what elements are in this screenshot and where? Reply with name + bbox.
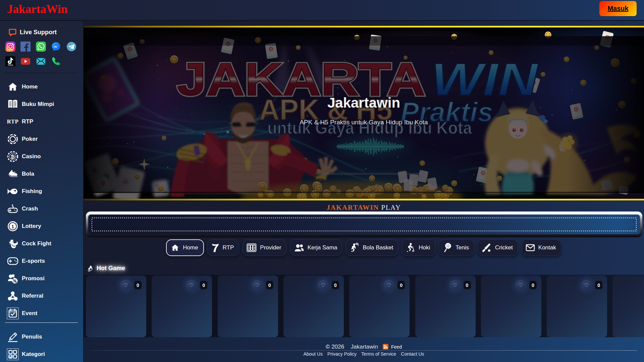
svg-text:₿: ₿ [11, 154, 15, 160]
svg-text:7: 7 [249, 247, 250, 250]
svg-text:7: 7 [254, 247, 255, 250]
svg-text:1: 1 [11, 224, 14, 229]
svg-text:TikTok: TikTok [8, 64, 13, 66]
svg-text:7: 7 [251, 247, 252, 250]
